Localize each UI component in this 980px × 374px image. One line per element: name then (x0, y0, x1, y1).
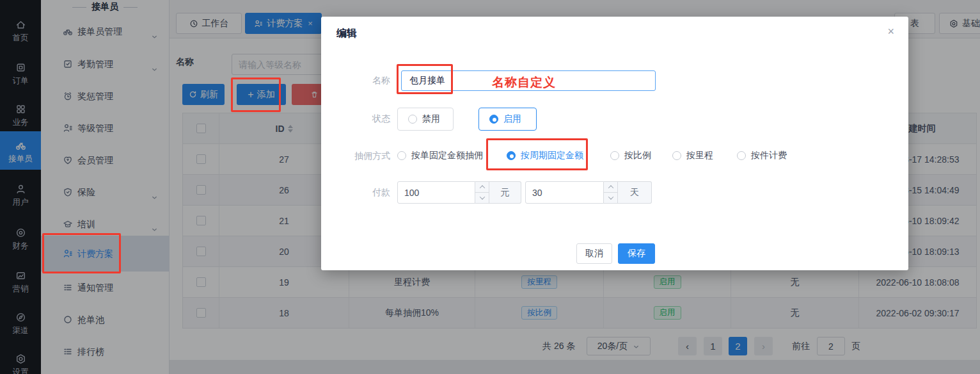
payment-field-label: 付款 (321, 187, 390, 199)
status-option-disabled[interactable]: 禁用 (397, 108, 454, 131)
radio-icon (610, 151, 619, 160)
payment-period-group: 天 (525, 181, 652, 204)
step-up-icon[interactable] (475, 182, 489, 192)
save-button[interactable]: 保存 (618, 243, 655, 264)
commission-option-fixed-per-period[interactable]: 按周期固定金额 (507, 147, 583, 165)
radio-selected-icon (489, 115, 498, 124)
amount-input[interactable] (397, 181, 475, 204)
radio-selected-icon (507, 151, 516, 160)
radio-icon (737, 151, 746, 160)
period-unit-label: 天 (618, 181, 652, 204)
dialog-title: 编辑 (336, 27, 357, 40)
close-icon[interactable]: × (887, 26, 894, 37)
commission-field-label: 抽佣方式 (321, 150, 390, 162)
period-stepper[interactable] (604, 181, 618, 204)
step-down-icon[interactable] (604, 192, 617, 203)
payment-amount-group: 元 (397, 181, 521, 204)
plan-name-input[interactable] (401, 70, 656, 91)
app-window: 首页 订单 业务 接单员 用户 (0, 0, 980, 374)
radio-icon (672, 151, 681, 160)
amount-unit-label: 元 (489, 181, 521, 204)
commission-option-by-piece[interactable]: 按件计费 (737, 147, 787, 165)
amount-stepper[interactable] (475, 181, 489, 204)
edit-dialog: 编辑 × 名称 状态 禁用 启用 抽佣方式 按单固定金额抽佣 按周期固定金额 按… (321, 17, 908, 270)
commission-option-by-mileage[interactable]: 按里程 (672, 147, 713, 165)
radio-icon (397, 151, 406, 160)
commission-option-fixed-per-order[interactable]: 按单固定金额抽佣 (397, 147, 483, 165)
radio-icon (408, 115, 417, 124)
cancel-button[interactable]: 取消 (576, 243, 612, 264)
step-up-icon[interactable] (604, 182, 617, 192)
step-down-icon[interactable] (475, 192, 489, 203)
status-option-enabled[interactable]: 启用 (478, 108, 537, 131)
period-input[interactable] (525, 181, 604, 204)
commission-option-by-ratio[interactable]: 按比例 (610, 147, 651, 165)
status-field-label: 状态 (321, 113, 390, 125)
name-field-label: 名称 (321, 75, 390, 86)
